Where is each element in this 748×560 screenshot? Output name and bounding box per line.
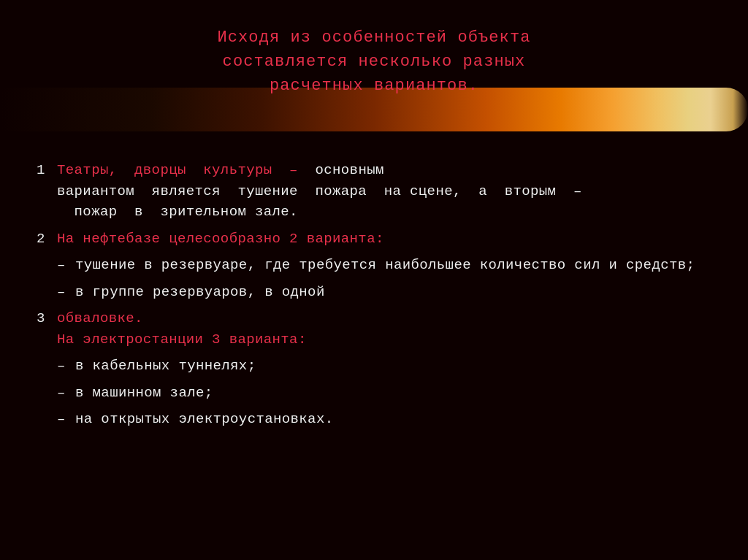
list-item-2: 2 На нефтебазе целесообразно 2 варианта:… — [37, 229, 711, 303]
list-item-3: 3 обваловке.На электростанции 3 варианта… — [37, 308, 711, 430]
header-line1: Исходя из особенностей объекта — [29, 26, 719, 50]
item3-title: обваловке.На электростанции 3 варианта: — [57, 310, 307, 348]
content-area: 1 Театры, дворцы культуры – основным вар… — [29, 160, 719, 430]
item3-sub1-text: в кабельных туннелях; — [75, 356, 711, 377]
list-item-1: 1 Театры, дворцы культуры – основным вар… — [37, 160, 711, 223]
item-number-3: 3 — [37, 308, 57, 430]
item-content-2: На нефтебазе целесообразно 2 варианта: –… — [57, 229, 711, 303]
dash4: – — [57, 383, 75, 404]
item1-text: Театры, дворцы культуры – основным вариа… — [57, 162, 582, 220]
slide: Исходя из особенностей объекта составляе… — [0, 0, 748, 560]
item3-sub2-text: в машинном зале; — [75, 383, 711, 404]
dash3: – — [57, 356, 75, 377]
item2-title: На нефтебазе целесообразно 2 варианта: — [57, 231, 384, 247]
item-number-2: 2 — [37, 229, 57, 303]
item3-sub3: – на открытых электроустановках. — [57, 409, 711, 430]
item3-header: обваловке.На электростанции 3 варианта: — [57, 308, 711, 350]
header-line2: составляется несколько разных — [29, 50, 719, 74]
item-content-1: Театры, дворцы культуры – основным вариа… — [57, 160, 711, 223]
item3-sub3-text: на открытых электроустановках. — [75, 409, 711, 430]
item1-title: Театры, дворцы культуры – — [57, 162, 315, 178]
item-content-3: обваловке.На электростанции 3 варианта: … — [57, 308, 711, 430]
header-block: Исходя из особенностей объекта составляе… — [29, 22, 719, 98]
item2-sub1: – тушение в резервуаре, где требуется на… — [57, 255, 711, 276]
item2-sub2: – в группе резервуаров, в одной — [57, 282, 711, 303]
dash5: – — [57, 409, 75, 430]
item2-sub2-text: в группе резервуаров, в одной — [75, 282, 711, 303]
item3-sub2: – в машинном зале; — [57, 383, 711, 404]
header-line3: расчетных вариантов. — [29, 74, 719, 98]
item3-sub1: – в кабельных туннелях; — [57, 356, 711, 377]
item2-header: На нефтебазе целесообразно 2 варианта: — [57, 229, 711, 250]
dash2: – — [57, 282, 75, 303]
dash1: – — [57, 255, 75, 276]
item2-sub1-text: тушение в резервуаре, где требуется наиб… — [75, 255, 711, 276]
item-number-1: 1 — [37, 160, 57, 223]
